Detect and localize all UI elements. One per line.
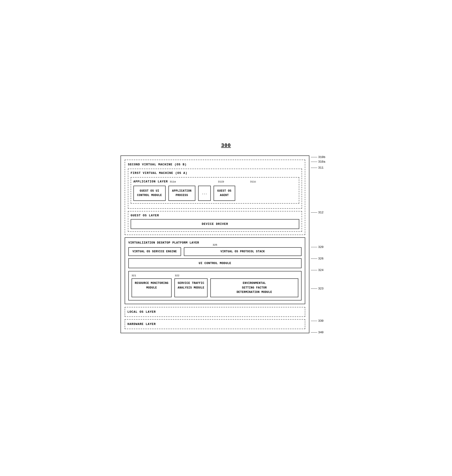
- ref-330: 330: [311, 319, 323, 323]
- box-311: FIRST VIRTUAL MACHINE (OS A) APPLICATION…: [128, 169, 302, 209]
- first-vm-label: FIRST VIRTUAL MACHINE (OS A): [131, 171, 299, 175]
- ref-310b: 310b: [311, 156, 325, 159]
- ref-320: 320: [311, 245, 323, 249]
- guest-os-layer-label: GUEST OS LAYER: [131, 214, 299, 217]
- ref-311c: 311c: [250, 180, 256, 183]
- hardware-label: HARDWARE LAYER: [127, 322, 302, 326]
- guest-os-ui-module: GUEST OS UICONTROL MODULE: [133, 186, 166, 201]
- box-323: 321 322 RESOURCE MONITORINGMODULE SERVIC…: [128, 271, 302, 300]
- vos-service-engine-box: VIRTUAL OS SERVICE ENGINE: [128, 247, 181, 256]
- vos-protocol-stack-box: VIRTUAL OS PROTOCOL STACK: [184, 247, 302, 256]
- ref-340: 340: [311, 331, 323, 334]
- dots-module: ...: [198, 186, 211, 201]
- refs-column: 310b 310a 311 312: [311, 156, 332, 333]
- box-310a: SECOND VIRTUAL MACHINE (OS B) FIRST VIRT…: [125, 160, 305, 235]
- guest-os-agent-module: GUEST OSAGENT: [213, 186, 235, 201]
- ref-312: 312: [311, 211, 323, 214]
- box-312: GUEST OS LAYER DEVICE DRIVER: [128, 211, 302, 232]
- local-os-label: LOCAL OS LAYER: [127, 310, 302, 314]
- main-title: 300: [221, 143, 231, 149]
- ref-326: 326: [311, 257, 323, 260]
- box-340: HARDWARE LAYER: [125, 319, 305, 329]
- ref-325-label: 325: [213, 244, 217, 246]
- app-layer-label: APPLICATION LAYER: [133, 180, 168, 183]
- box-310b: SECOND VIRTUAL MACHINE (OS B) FIRST VIRT…: [120, 156, 309, 333]
- ref-310a: 310a: [311, 160, 325, 163]
- ref-311: 311: [311, 166, 323, 170]
- box-320: VIRTUALIZATION DESKTOP PLATFORM LAYER 32…: [125, 237, 305, 304]
- ref-321-inline: 321: [132, 274, 136, 277]
- ref-311a: 311a: [170, 180, 176, 183]
- second-vm-label: SECOND VIRTUAL MACHINE (OS B): [128, 163, 302, 166]
- box-330: LOCAL OS LAYER: [125, 307, 305, 317]
- env-setting-box: ENVIRONMENTALSETTING FACTORDETERMINATION…: [210, 278, 298, 297]
- ui-control-module-box: UI CONTROL MODULE: [128, 258, 302, 268]
- ref-311b: 311b: [218, 180, 224, 183]
- service-traffic-analysis-box: SERVICE TRAFFICANALYSIS MODULE: [174, 278, 208, 297]
- resource-monitoring-box: RESOURCE MONITORINGMODULE: [132, 278, 172, 297]
- ref-323: 323: [311, 287, 323, 290]
- application-process-module: APPLICATIONPROCESS: [168, 186, 195, 201]
- ref-322-inline: 322: [175, 274, 179, 277]
- ref-324: 324: [311, 268, 323, 272]
- device-driver-box: DEVICE DRIVER: [131, 219, 299, 229]
- app-layer-box: APPLICATION LAYER 311a 311b 311c GUEST O…: [131, 177, 299, 204]
